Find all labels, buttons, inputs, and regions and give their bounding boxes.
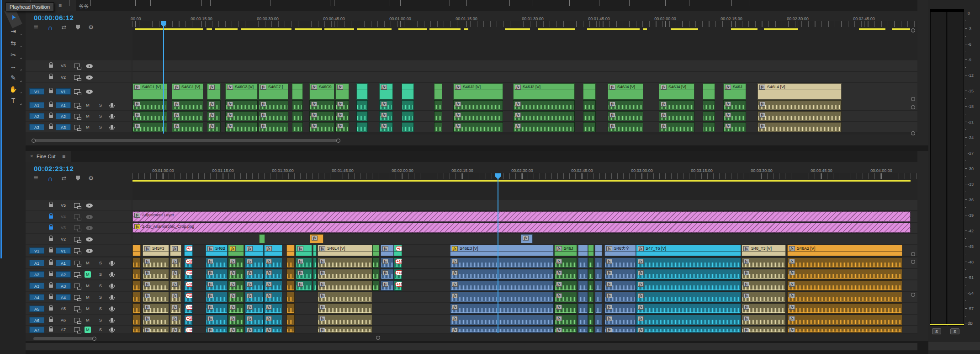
audio-clip[interactable]: fx [245,292,264,302]
audio-clip[interactable]: fx [318,269,372,279]
audio-clip[interactable]: fx [170,303,181,314]
audio-clip[interactable]: fx [206,315,228,325]
track-lock-button[interactable] [49,90,53,93]
bottom-track-resize-handle[interactable] [911,252,915,256]
audio-clip[interactable]: fx [245,280,264,291]
solo-button[interactable]: S [97,283,104,289]
audio-clip[interactable] [703,122,715,132]
audio-clip[interactable]: fx [143,292,169,302]
slip-tool[interactable]: ↔ [4,61,23,72]
mute-button[interactable]: M [85,271,91,278]
audio-clip[interactable]: +10 [184,280,193,291]
mic-record-toggle[interactable] [111,295,113,299]
track-lock-button[interactable] [49,115,53,118]
track-name-button[interactable]: V4 [56,214,71,220]
audio-clip[interactable] [132,280,141,291]
sync-lock-toggle[interactable] [74,261,80,265]
track-name-button[interactable]: V2 [56,236,71,242]
audio-clip[interactable]: fx [604,292,636,302]
video-clip[interactable] [259,234,265,243]
source-assign-button[interactable]: A5 [29,306,44,312]
track-name-button[interactable]: A5 [56,306,71,312]
audio-clip[interactable]: fx [309,100,334,110]
audio-clip[interactable]: fx [228,315,244,325]
audio-clip[interactable]: +10 [184,269,193,279]
track-lock-button[interactable] [49,296,53,299]
mic-record-toggle[interactable] [111,306,113,311]
video-clip[interactable]: fx [264,245,282,256]
panel-menu-icon-bottom[interactable]: ≡ [62,153,65,160]
track-lock-button[interactable] [49,226,53,230]
audio-clip[interactable]: fx [296,257,312,268]
ripple-edit-tool[interactable]: ⇆ [4,38,23,48]
track-name-button[interactable]: A6 [56,317,71,323]
track-name-button[interactable]: V3 [56,225,71,231]
video-clip[interactable]: fxS46L4 [V] [758,83,842,100]
audio-clip[interactable]: fx [132,100,167,110]
video-clip[interactable] [588,245,594,256]
audio-clip[interactable]: fx [228,326,244,333]
audio-clip[interactable]: fx [636,257,741,268]
audio-clip[interactable]: fx [170,292,181,302]
video-clip[interactable]: fxS46J2 [V] [453,83,503,100]
audio-clip[interactable]: fx [207,100,221,110]
source-assign-button[interactable]: A3 [29,283,44,289]
audio-clip[interactable]: fx [604,303,636,314]
audio-clip[interactable]: fx [604,269,636,279]
audio-clip[interactable]: fx [264,292,282,302]
audio-clip[interactable]: fx [787,292,902,302]
locked-track-clip[interactable]: fxAdjustment Layer [132,211,911,222]
mute-button[interactable]: M [85,124,91,130]
audio-clip[interactable]: fx [264,303,282,314]
audio-clip[interactable] [578,315,588,325]
audio-clip[interactable]: +10 [184,292,193,302]
mute-button[interactable]: M [85,102,91,108]
audio-clip[interactable] [402,111,414,121]
linked-selection-icon[interactable]: ⇄ [60,175,68,182]
audio-clip[interactable]: fx [723,122,746,132]
audio-clip[interactable] [286,269,295,279]
wrench-icon[interactable]: ⚙ [87,175,95,182]
audio-clip[interactable]: +10 [184,315,193,325]
sync-lock-toggle[interactable] [74,215,80,219]
audio-clip[interactable] [292,122,303,132]
video-clip[interactable] [703,83,715,100]
audio-clip[interactable]: fx [206,303,228,314]
audio-clip[interactable]: fx [225,100,258,110]
audio-clip[interactable]: fx [318,315,372,325]
audio-clip[interactable]: fx [659,111,694,121]
audio-clip[interactable]: +10 [184,303,193,314]
audio-clip[interactable] [372,257,379,268]
video-clip[interactable]: fxS46J [723,83,746,100]
audio-clip[interactable]: fx [335,100,349,110]
audio-clip[interactable]: +10 [184,326,193,333]
track-eye-toggle[interactable] [86,226,93,230]
track-name-button[interactable]: V1 [56,88,71,95]
audio-clip[interactable]: fx [309,122,334,132]
audio-clip[interactable]: fx [787,257,902,268]
video-clip[interactable] [372,245,379,256]
audio-clip[interactable]: fx [259,122,288,132]
track-name-button[interactable]: V3 [56,63,71,69]
audio-clip[interactable]: fx [450,257,554,268]
audio-clip[interactable]: fx [453,100,503,110]
source-assign-button[interactable]: A6 [29,317,44,323]
audio-clip[interactable] [588,315,594,325]
video-clip[interactable]: fxS47_T6 [V] [636,245,741,256]
type-tool[interactable]: T [4,95,23,106]
audio-clip[interactable]: fx [636,326,741,333]
video-clip[interactable]: fxS46C3 [V] [225,83,258,100]
audio-clip[interactable]: fx [758,122,842,132]
source-assign-button[interactable]: A2 [29,271,44,278]
audio-clip[interactable]: fx [742,269,786,279]
audio-clip[interactable]: fx [259,100,288,110]
track-name-button[interactable]: A1 [56,102,71,108]
video-clip[interactable] [583,83,596,100]
audio-clip[interactable] [132,257,141,268]
insert-overwrite-icon[interactable]: ≣ [32,175,40,182]
video-clip[interactable]: fx [310,234,323,243]
video-clip[interactable] [313,245,317,256]
audio-clip[interactable]: fx [206,269,228,279]
sync-lock-toggle[interactable] [74,248,80,253]
pen-tool[interactable]: ✎ [4,72,23,83]
